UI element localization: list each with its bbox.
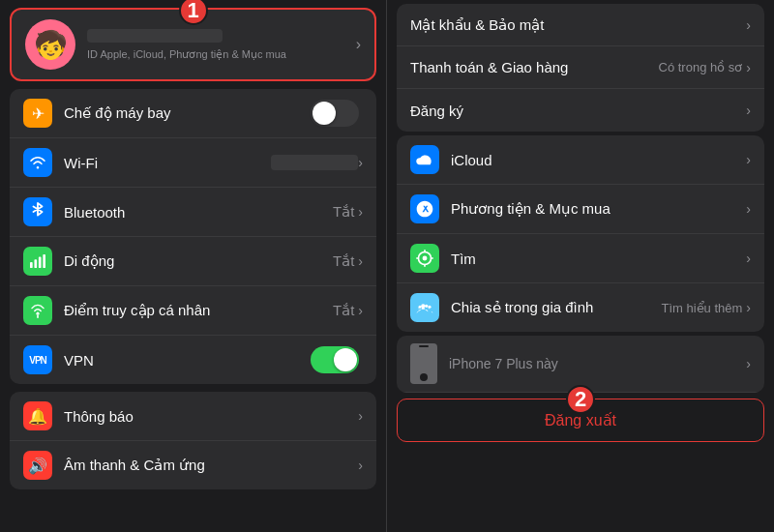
appstore-chevron: ›	[746, 201, 751, 217]
find-icon	[410, 244, 439, 273]
bluetooth-label: Bluetooth	[64, 204, 333, 221]
settings-row-sound[interactable]: 🔊 Âm thanh & Cảm ứng ›	[10, 441, 376, 489]
right-row-subscription[interactable]: Đăng ký ›	[397, 89, 764, 132]
right-row-password[interactable]: Mật khẩu & Bảo mật ›	[397, 4, 764, 46]
svg-point-4	[36, 312, 39, 315]
cellular-icon	[23, 247, 52, 276]
svg-rect-3	[43, 254, 45, 268]
notify-icon: 🔔	[23, 401, 52, 430]
icloud-icon	[410, 145, 439, 174]
wifi-value-bar	[271, 155, 358, 170]
device-label: iPhone 7 Plus này	[449, 356, 746, 371]
bluetooth-chevron: ›	[358, 204, 363, 220]
airplane-toggle-knob	[313, 102, 336, 125]
left-panel: 🧒 ID Apple, iCloud, Phương tiện & Mục mu…	[0, 0, 387, 532]
settings-row-cellular[interactable]: Di động Tắt ›	[10, 237, 376, 286]
device-chevron: ›	[746, 356, 751, 371]
cellular-value: Tắt	[333, 252, 354, 270]
right-row-icloud[interactable]: iCloud ›	[397, 135, 764, 185]
payment-chevron: ›	[746, 60, 751, 75]
sound-chevron: ›	[358, 458, 363, 473]
settings-row-bluetooth[interactable]: Bluetooth Tắt ›	[10, 188, 376, 237]
right-group-top: Mật khẩu & Bảo mật › Thanh toán & Giao h…	[397, 4, 764, 132]
airplane-label: Chế độ máy bay	[64, 104, 311, 122]
profile-chevron-icon: ›	[356, 36, 361, 53]
password-label: Mật khẩu & Bảo mật	[410, 16, 746, 34]
notify-chevron: ›	[358, 408, 363, 424]
vpn-toggle-knob	[334, 348, 357, 371]
profile-subtitle: ID Apple, iCloud, Phương tiện & Mục mua	[87, 48, 356, 61]
right-row-appstore[interactable]: Phương tiện & Mục mua ›	[397, 185, 764, 234]
notify-label: Thông báo	[64, 408, 358, 425]
signout-container: 2 Đăng xuất	[397, 399, 764, 442]
badge-1: 1	[179, 0, 208, 25]
wifi-icon	[23, 148, 52, 177]
icloud-chevron: ›	[746, 152, 751, 167]
hotspot-value: Tắt	[333, 302, 354, 319]
settings-row-notify[interactable]: 🔔 Thông báo ›	[10, 392, 376, 441]
payment-value: Có trong hồ sơ	[659, 60, 743, 74]
family-icon	[410, 293, 439, 322]
payment-label: Thanh toán & Giao hàng	[410, 59, 659, 75]
hotspot-chevron: ›	[358, 303, 363, 318]
appstore-icon	[410, 194, 439, 223]
settings-row-wifi[interactable]: Wi-Fi ›	[10, 138, 376, 188]
svg-rect-2	[39, 257, 42, 269]
find-label: Tìm	[451, 251, 746, 267]
vpn-label: VPN	[64, 352, 311, 369]
svg-rect-0	[30, 262, 33, 268]
right-row-find[interactable]: Tìm ›	[397, 234, 764, 283]
profile-name-bar	[87, 29, 223, 43]
appstore-label: Phương tiện & Mục mua	[451, 200, 746, 218]
profile-row[interactable]: 🧒 ID Apple, iCloud, Phương tiện & Mục mu…	[10, 8, 376, 81]
sound-label: Âm thanh & Cảm ứng	[64, 457, 358, 474]
badge-2: 2	[566, 385, 595, 414]
svg-point-8	[425, 305, 428, 308]
svg-point-7	[421, 304, 425, 308]
right-row-payment[interactable]: Thanh toán & Giao hàng Có trong hồ sơ ›	[397, 46, 764, 89]
wifi-label: Wi-Fi	[64, 155, 271, 171]
family-value: Tìm hiểu thêm	[661, 301, 742, 315]
bluetooth-value: Tắt	[333, 203, 354, 221]
svg-rect-1	[34, 259, 37, 268]
profile-info: ID Apple, iCloud, Phương tiện & Mục mua	[87, 29, 356, 61]
vpn-toggle[interactable]	[311, 346, 359, 373]
subscription-label: Đăng ký	[410, 103, 746, 119]
settings-row-hotspot[interactable]: Điểm truy cập cá nhân Tắt ›	[10, 286, 376, 336]
svg-point-10	[429, 306, 432, 309]
right-row-family[interactable]: Chia sẻ trong gia đình Tìm hiểu thêm ›	[397, 283, 764, 332]
settings-row-airplane[interactable]: ✈ Chế độ máy bay	[10, 89, 376, 138]
bluetooth-icon	[23, 197, 52, 226]
settings-group-main: ✈ Chế độ máy bay Wi-Fi ›	[10, 89, 376, 384]
family-chevron: ›	[746, 300, 751, 315]
settings-group-notifications: 🔔 Thông báo › 🔊 Âm thanh & Cảm ứng ›	[10, 392, 376, 489]
avatar: 🧒	[25, 19, 75, 70]
svg-point-6	[423, 256, 428, 261]
right-group-services: iCloud › Phương tiện & Mục mua › Tìm ›	[397, 135, 764, 332]
password-chevron: ›	[746, 17, 751, 33]
icloud-label: iCloud	[451, 152, 746, 168]
svg-point-9	[419, 306, 422, 309]
vpn-icon: VPN	[23, 345, 52, 374]
airplane-icon: ✈	[23, 99, 52, 128]
settings-row-vpn[interactable]: VPN VPN	[10, 336, 376, 384]
hotspot-icon	[23, 296, 52, 325]
family-label: Chia sẻ trong gia đình	[451, 299, 661, 316]
cellular-label: Di động	[64, 252, 333, 270]
device-image	[410, 343, 437, 384]
sound-icon: 🔊	[23, 451, 52, 480]
find-chevron: ›	[746, 251, 751, 266]
right-panel: Mật khẩu & Bảo mật › Thanh toán & Giao h…	[387, 0, 774, 532]
wifi-chevron: ›	[358, 155, 363, 170]
subscription-chevron: ›	[746, 103, 751, 118]
hotspot-label: Điểm truy cập cá nhân	[64, 302, 333, 319]
cellular-chevron: ›	[358, 253, 363, 269]
airplane-toggle[interactable]	[311, 100, 359, 127]
